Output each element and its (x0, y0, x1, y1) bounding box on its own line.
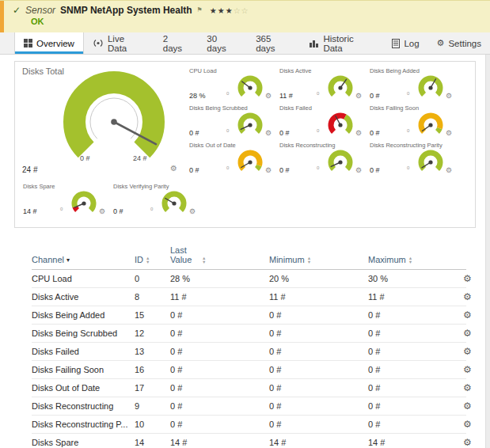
gauge-value: 11 # (279, 92, 293, 100)
priority-stars[interactable]: ★★★☆☆ (210, 6, 249, 15)
table-row[interactable]: Disks Being Added 15 0 # 0 # 0 # ⚙ (32, 306, 466, 325)
gauge-settings-icon[interactable]: ⚙ (189, 207, 196, 215)
tab-2-days[interactable]: 2 days (154, 32, 199, 54)
channel-name[interactable]: Disks Out of Date (32, 383, 135, 393)
gauge-dial (412, 147, 449, 173)
gauge-settings-icon[interactable]: ⚙ (265, 92, 272, 100)
channel-minimum: 0 # (269, 310, 368, 320)
status-stripe (0, 1, 4, 32)
tab-label: Settings (448, 39, 481, 48)
gauge-tile-disks-failed: Disks Failed 0 0 # ⚙ (278, 104, 366, 141)
gauge-tile-disks-verifying-parity: Disks Verifying Parity 0 0 # ⚙ (112, 182, 199, 219)
channel-id: 0 (135, 274, 170, 283)
gauge-dial (412, 110, 449, 136)
gauge-scale-tick: 0 (226, 91, 229, 96)
channel-name[interactable]: Disks Active (32, 292, 135, 302)
channel-name[interactable]: Disks Reconstructing (32, 401, 135, 411)
channel-settings-icon[interactable]: ⚙ (463, 437, 472, 448)
table-row[interactable]: Disks Active 8 11 # 11 # 11 # ⚙ (32, 288, 466, 306)
gauge-scale-tick: 0 (150, 207, 153, 211)
channel-settings-icon[interactable]: ⚙ (463, 382, 472, 393)
tab-30-days[interactable]: 30 days (198, 32, 247, 54)
sort-icon: ▲▼ (408, 256, 412, 264)
gauge-tile-disks-being-scrubbed: Disks Being Scrubbed 0 0 # ⚙ (188, 104, 275, 141)
gauge-dial (232, 147, 268, 173)
channel-settings-icon[interactable]: ⚙ (463, 291, 472, 302)
channel-name[interactable]: Disks Spare (32, 438, 135, 447)
channel-settings-icon[interactable]: ⚙ (463, 419, 472, 430)
channel-minimum: 0 # (269, 401, 368, 411)
channel-id: 9 (135, 401, 170, 411)
gauge-dial (232, 73, 268, 99)
gauge-tile-disks-out-of-date: Disks Out of Date 0 0 # ⚙ (188, 141, 275, 178)
gauge-value: 0 # (370, 92, 380, 100)
gauge-dial (156, 188, 192, 215)
channel-settings-cell: ⚙ (463, 437, 475, 448)
table-row[interactable]: CPU Load 0 28 % 20 % 30 % ⚙ (32, 270, 466, 288)
tab-overview[interactable]: Overview (14, 32, 84, 54)
channel-name[interactable]: Disks Reconstructing P... (32, 420, 135, 429)
tab-label: 365 days (256, 34, 292, 53)
table-row[interactable]: Disks Reconstructing 9 0 # 0 # 0 # ⚙ (32, 397, 466, 416)
channel-name[interactable]: Disks Failed (32, 347, 135, 356)
gauge-settings-icon[interactable]: ⚙ (446, 92, 452, 100)
table-row[interactable]: Disks Being Scrubbed 12 0 # 0 # 0 # ⚙ (32, 325, 466, 343)
main-gauge-settings-icon[interactable]: ⚙ (170, 164, 177, 173)
channel-name[interactable]: Disks Being Scrubbed (32, 328, 135, 338)
channel-last-value: 0 # (170, 310, 269, 320)
table-row[interactable]: Disks Reconstructing P... 10 0 # 0 # 0 #… (32, 416, 466, 434)
gauges-panel: Disks Total 0 # 24 # 24 # ⚙ CPU Load 0 2… (14, 61, 476, 228)
channel-name[interactable]: Disks Failing Soon (32, 365, 135, 374)
flag-icon: ⚑ (197, 6, 203, 13)
gauge-settings-icon[interactable]: ⚙ (446, 129, 452, 137)
column-header-channel[interactable]: Channel ▾ (32, 255, 135, 264)
gauge-settings-icon[interactable]: ⚙ (265, 129, 272, 137)
table-body: CPU Load 0 28 % 20 % 30 % ⚙ Disks Active… (32, 270, 466, 448)
channel-last-value: 0 # (170, 347, 269, 356)
channel-minimum: 11 # (269, 292, 368, 302)
channel-settings-icon[interactable]: ⚙ (463, 346, 472, 357)
gauge-tile-disks-spare: Disks Spare 0 14 # ⚙ (21, 182, 109, 219)
channel-settings-icon[interactable]: ⚙ (463, 401, 472, 412)
gauge-settings-icon[interactable]: ⚙ (355, 166, 362, 174)
table-row[interactable]: Disks Out of Date 17 0 # 0 # 0 # ⚙ (32, 379, 466, 397)
channel-name[interactable]: Disks Being Added (32, 310, 135, 320)
channel-settings-icon[interactable]: ⚙ (463, 273, 472, 284)
tab-log[interactable]: Log (383, 32, 427, 54)
column-header-maximum[interactable]: Maximum ▲▼ (368, 255, 463, 264)
tab-bar: OverviewLive Data2 days30 days365 daysHi… (0, 32, 490, 55)
gauge-label: CPU Load (189, 67, 217, 74)
gauge-settings-icon[interactable]: ⚙ (446, 166, 452, 174)
channel-settings-cell: ⚙ (463, 401, 475, 412)
gauge-settings-icon[interactable]: ⚙ (265, 166, 272, 174)
column-header-minimum[interactable]: Minimum ▲▼ (269, 255, 368, 264)
table-row[interactable]: Disks Failed 13 0 # 0 # 0 # ⚙ (32, 343, 466, 361)
gauge-settings-icon[interactable]: ⚙ (99, 207, 105, 215)
tab-365-days[interactable]: 365 days (247, 32, 301, 54)
column-header-last-value[interactable]: Last Value ▲▼ (170, 245, 269, 264)
table-row[interactable]: Disks Failing Soon 16 0 # 0 # 0 # ⚙ (32, 361, 466, 379)
tab-settings[interactable]: ⚙Settings (428, 32, 490, 54)
channel-settings-icon[interactable]: ⚙ (463, 328, 472, 339)
scrollbar-track[interactable] (485, 55, 490, 448)
tab-historic-data[interactable]: Historic Data (301, 32, 383, 54)
column-header-id[interactable]: ID ▲▼ (135, 255, 170, 264)
channel-settings-icon[interactable]: ⚙ (463, 309, 472, 321)
channel-name[interactable]: CPU Load (32, 274, 135, 283)
header-title-row: ✓ Sensor SNMP NetApp System Health ⚑ ★★★… (13, 1, 490, 16)
gauge-label: Disks Failed (279, 104, 312, 112)
column-label: Maximum (368, 255, 406, 264)
gauge-dial (322, 110, 359, 136)
gauge-scale-tick: 0 (407, 128, 409, 133)
live-data-icon (93, 39, 104, 47)
channel-settings-cell: ⚙ (463, 346, 475, 357)
gauge-settings-icon[interactable]: ⚙ (355, 129, 362, 137)
channel-settings-icon[interactable]: ⚙ (463, 364, 472, 375)
gauge-scale-tick: 0 (226, 165, 229, 170)
column-label: Channel (32, 255, 64, 264)
sort-icon: ▲▼ (307, 256, 311, 264)
tab-live-data[interactable]: Live Data (84, 32, 154, 54)
table-row[interactable]: Disks Spare 14 14 # 14 # 14 # ⚙ (32, 434, 466, 448)
channel-settings-cell: ⚙ (463, 273, 475, 284)
gauge-settings-icon[interactable]: ⚙ (355, 92, 362, 100)
